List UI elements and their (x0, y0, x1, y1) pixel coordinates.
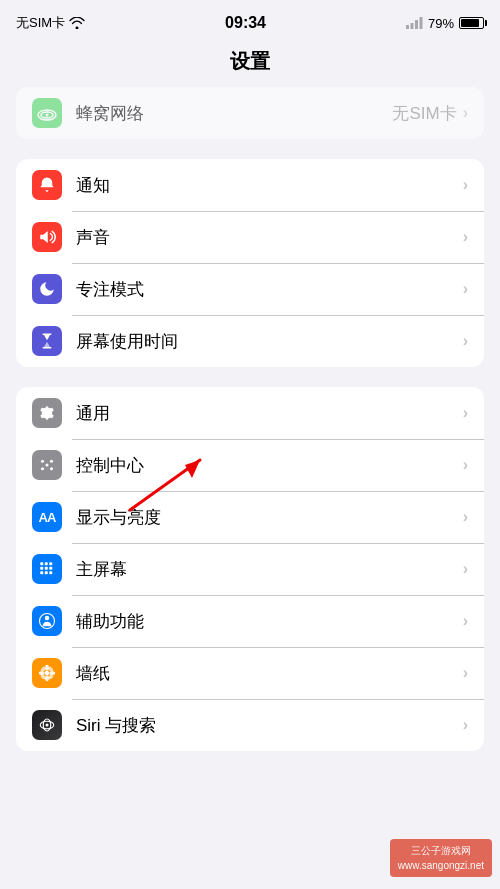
wallpaper-icon (32, 658, 62, 688)
cellular-label: 蜂窝网络 (76, 102, 392, 125)
controlcenter-label: 控制中心 (76, 454, 463, 477)
siri-chevron: › (463, 716, 468, 734)
svg-point-27 (45, 671, 50, 676)
siri-icon (32, 710, 62, 740)
status-right: 79% (406, 16, 484, 31)
svg-point-6 (46, 114, 49, 117)
cellular-signal-icon (37, 105, 57, 121)
battery-fill (461, 19, 479, 27)
accessibility-row[interactable]: 辅助功能 › (16, 595, 484, 647)
svg-rect-3 (419, 17, 422, 29)
notification-label: 通知 (76, 174, 463, 197)
general-row[interactable]: 通用 › (16, 387, 484, 439)
status-left: 无SIM卡 (16, 14, 85, 32)
status-time: 09:34 (225, 14, 266, 32)
focus-label: 专注模式 (76, 278, 463, 301)
homescreen-label: 主屏幕 (76, 558, 463, 581)
general-icon (32, 398, 62, 428)
speaker-icon (38, 228, 56, 246)
svg-rect-2 (415, 20, 418, 29)
screentime-chevron: › (463, 332, 468, 350)
svg-rect-20 (45, 567, 48, 570)
svg-rect-9 (43, 347, 52, 349)
svg-rect-0 (406, 25, 409, 29)
accessibility-label: 辅助功能 (76, 610, 463, 633)
notifications-group: 通知 › 声音 › 专注模式 › (16, 159, 484, 367)
svg-rect-21 (49, 567, 52, 570)
cellular-group: 蜂窝网络 无SIM卡 › (16, 87, 484, 139)
settings-content: 蜂窝网络 无SIM卡 › 通知 › (0, 87, 500, 751)
bell-icon (38, 176, 56, 194)
svg-rect-23 (45, 571, 48, 574)
general-label: 通用 (76, 402, 463, 425)
page-title: 设置 (0, 44, 500, 87)
cellular-value: 无SIM卡 (392, 102, 456, 125)
svg-rect-24 (49, 571, 52, 574)
svg-rect-19 (40, 567, 43, 570)
sound-row[interactable]: 声音 › (16, 211, 484, 263)
screentime-icon (32, 326, 62, 356)
hourglass-icon (38, 332, 56, 350)
general-group: 通用 › 控制中心 › AA 显示与亮度 (16, 387, 484, 751)
svg-rect-17 (45, 562, 48, 565)
svg-marker-7 (40, 231, 48, 243)
cellular-icon (32, 98, 62, 128)
moon-icon (38, 280, 56, 298)
sliders-icon (38, 456, 56, 474)
sound-chevron: › (463, 228, 468, 246)
controlcenter-chevron: › (463, 456, 468, 474)
svg-rect-1 (410, 23, 413, 29)
notification-chevron: › (463, 176, 468, 194)
svg-rect-14 (41, 467, 44, 470)
cellular-row[interactable]: 蜂窝网络 无SIM卡 › (16, 87, 484, 139)
display-chevron: › (463, 508, 468, 526)
svg-rect-18 (49, 562, 52, 565)
display-label: 显示与亮度 (76, 506, 463, 529)
wallpaper-row[interactable]: 墙纸 › (16, 647, 484, 699)
focus-icon (32, 274, 62, 304)
svg-point-26 (45, 616, 50, 621)
signal-icon (406, 17, 423, 29)
grid-icon (38, 560, 56, 578)
svg-rect-10 (41, 460, 44, 463)
screentime-label: 屏幕使用时间 (76, 330, 463, 353)
cellular-chevron: › (463, 104, 468, 122)
svg-rect-13 (50, 467, 53, 470)
gear-icon (38, 404, 56, 422)
wifi-icon (69, 17, 85, 29)
display-row[interactable]: AA 显示与亮度 › (16, 491, 484, 543)
svg-rect-8 (43, 334, 52, 336)
focus-chevron: › (463, 280, 468, 298)
svg-point-38 (46, 724, 49, 727)
homescreen-chevron: › (463, 560, 468, 578)
battery-icon (459, 17, 484, 29)
person-circle-icon (38, 612, 56, 630)
notification-icon (32, 170, 62, 200)
status-bar: 无SIM卡 09:34 79% (0, 0, 500, 44)
svg-rect-11 (46, 464, 49, 467)
display-icon: AA (32, 502, 62, 532)
accessibility-chevron: › (463, 612, 468, 630)
svg-rect-16 (40, 562, 43, 565)
controlcenter-row[interactable]: 控制中心 › (16, 439, 484, 491)
screentime-row[interactable]: 屏幕使用时间 › (16, 315, 484, 367)
notification-row[interactable]: 通知 › (16, 159, 484, 211)
homescreen-icon (32, 554, 62, 584)
sound-label: 声音 (76, 226, 463, 249)
sim-label: 无SIM卡 (16, 14, 65, 32)
svg-rect-22 (40, 571, 43, 574)
flower-icon (38, 664, 56, 682)
controlcenter-icon (32, 450, 62, 480)
focus-row[interactable]: 专注模式 › (16, 263, 484, 315)
general-chevron: › (463, 404, 468, 422)
wallpaper-chevron: › (463, 664, 468, 682)
siri-label: Siri 与搜索 (76, 714, 463, 737)
watermark: 三公子游戏网 www.sangongzi.net (390, 839, 492, 877)
battery-percent: 79% (428, 16, 454, 31)
sound-icon (32, 222, 62, 252)
homescreen-row[interactable]: 主屏幕 › (16, 543, 484, 595)
siri-row[interactable]: Siri 与搜索 › (16, 699, 484, 751)
siri-symbol-icon (38, 716, 56, 734)
watermark-line2: www.sangongzi.net (398, 858, 484, 873)
accessibility-icon (32, 606, 62, 636)
